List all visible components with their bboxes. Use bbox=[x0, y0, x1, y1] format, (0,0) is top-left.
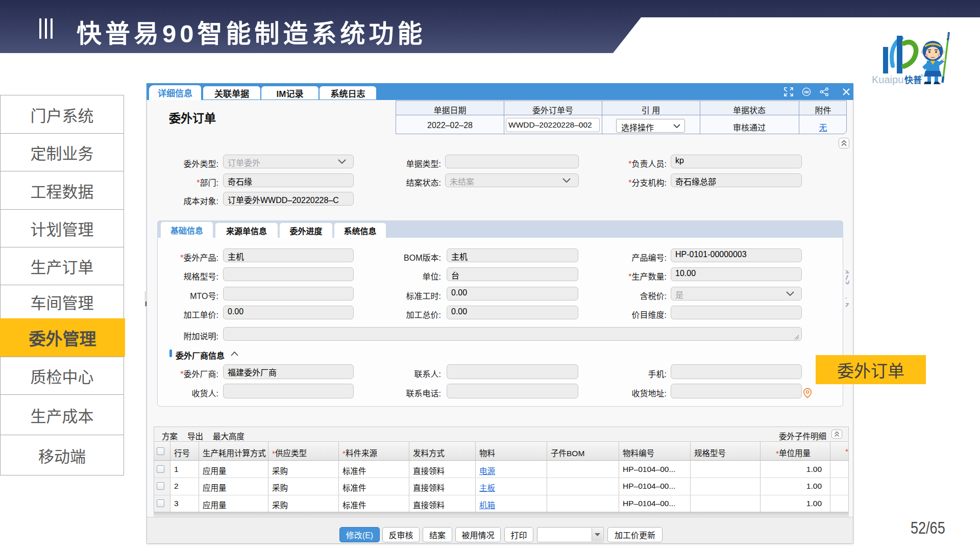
svg-text:®: ® bbox=[920, 73, 923, 78]
svg-text:Kuaipu: Kuaipu bbox=[872, 74, 903, 85]
svg-text:IM: IM bbox=[804, 90, 808, 94]
svg-text:快普: 快普 bbox=[904, 75, 922, 85]
